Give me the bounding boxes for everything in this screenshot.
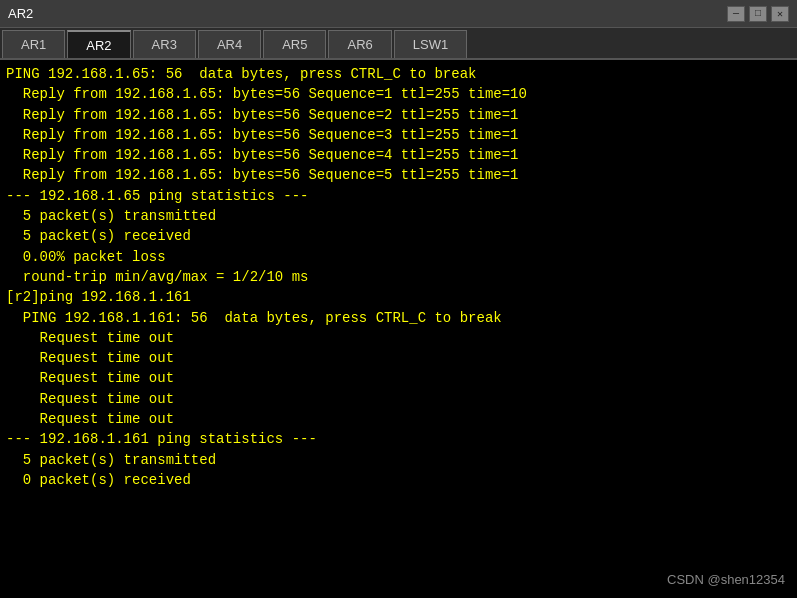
title-bar-controls: — □ ✕	[727, 6, 789, 22]
terminal-line: Reply from 192.168.1.65: bytes=56 Sequen…	[6, 84, 791, 104]
terminal-area[interactable]: PING 192.168.1.65: 56 data bytes, press …	[0, 60, 797, 598]
terminal-line: 5 packet(s) transmitted	[6, 206, 791, 226]
terminal-line: Request time out	[6, 328, 791, 348]
terminal-line: PING 192.168.1.161: 56 data bytes, press…	[6, 308, 791, 328]
tab-ar6[interactable]: AR6	[328, 30, 391, 58]
terminal-line: 5 packet(s) transmitted	[6, 450, 791, 470]
terminal-line: Reply from 192.168.1.65: bytes=56 Sequen…	[6, 125, 791, 145]
watermark: CSDN @shen12354	[667, 571, 785, 590]
terminal-line: 0 packet(s) received	[6, 470, 791, 490]
terminal-line: Reply from 192.168.1.65: bytes=56 Sequen…	[6, 105, 791, 125]
tab-ar2[interactable]: AR2	[67, 30, 130, 58]
terminal-line: Request time out	[6, 348, 791, 368]
tab-ar5[interactable]: AR5	[263, 30, 326, 58]
terminal-line: Reply from 192.168.1.65: bytes=56 Sequen…	[6, 165, 791, 185]
terminal-line: 5 packet(s) received	[6, 226, 791, 246]
maximize-button[interactable]: □	[749, 6, 767, 22]
terminal-line: Request time out	[6, 389, 791, 409]
terminal-line: 0.00% packet loss	[6, 247, 791, 267]
close-button[interactable]: ✕	[771, 6, 789, 22]
terminal-line: --- 192.168.1.161 ping statistics ---	[6, 429, 791, 449]
tab-ar3[interactable]: AR3	[133, 30, 196, 58]
terminal-line: round-trip min/avg/max = 1/2/10 ms	[6, 267, 791, 287]
terminal-line: PING 192.168.1.65: 56 data bytes, press …	[6, 64, 791, 84]
terminal-line: Request time out	[6, 409, 791, 429]
minimize-button[interactable]: —	[727, 6, 745, 22]
tab-ar1[interactable]: AR1	[2, 30, 65, 58]
tab-ar4[interactable]: AR4	[198, 30, 261, 58]
tab-bar: AR1 AR2 AR3 AR4 AR5 AR6 LSW1	[0, 28, 797, 60]
terminal-line: Request time out	[6, 368, 791, 388]
title-bar-text: AR2	[8, 6, 33, 21]
terminal-line: Reply from 192.168.1.65: bytes=56 Sequen…	[6, 145, 791, 165]
title-bar: AR2 — □ ✕	[0, 0, 797, 28]
terminal-line: --- 192.168.1.65 ping statistics ---	[6, 186, 791, 206]
terminal-line: [r2]ping 192.168.1.161	[6, 287, 791, 307]
tab-lsw1[interactable]: LSW1	[394, 30, 467, 58]
